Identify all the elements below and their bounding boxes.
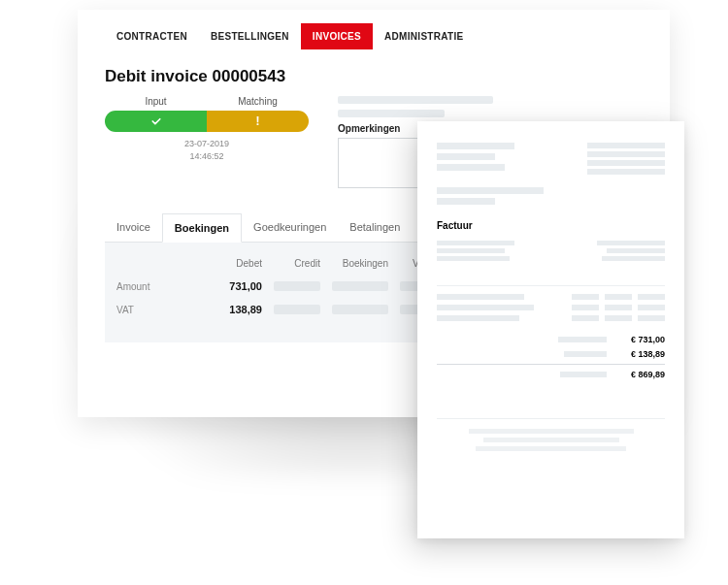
- placeholder-line: [605, 315, 632, 321]
- document-preview[interactable]: Factuur: [417, 121, 684, 538]
- placeholder-line: [597, 241, 665, 245]
- placeholder-line: [587, 151, 665, 157]
- placeholder-line: [437, 315, 519, 321]
- placeholder-line: [607, 248, 665, 253]
- placeholder-line: [572, 315, 599, 321]
- placeholder-line: [338, 110, 445, 117]
- check-icon: [150, 115, 162, 127]
- placeholder-line: [602, 256, 665, 261]
- status-progress: Input Matching ! 23-07-2019 14:46:52: [105, 96, 309, 188]
- col-debet: Debet: [194, 258, 262, 269]
- primary-nav: CONTRACTEN BESTELLINGEN INVOICES ADMINIS…: [78, 10, 670, 49]
- placeholder-line: [338, 96, 493, 104]
- placeholder-line: [605, 305, 632, 310]
- placeholder-line: [638, 315, 665, 321]
- placeholder-line: [437, 143, 514, 149]
- row-amount-label: Amount: [116, 281, 194, 292]
- placeholder-line: [560, 372, 607, 377]
- status-input-pill[interactable]: [105, 111, 207, 132]
- placeholder-line: [437, 294, 524, 300]
- page-title: Debit invoice 00000543: [105, 67, 643, 86]
- cell-placeholder: [332, 305, 388, 314]
- doc-grand-total: € 869,89: [616, 370, 665, 379]
- cell-placeholder: [332, 281, 388, 291]
- placeholder-line: [638, 294, 665, 300]
- placeholder-line: [587, 169, 665, 175]
- placeholder-line: [638, 305, 665, 310]
- doc-subtotal: € 731,00: [616, 335, 665, 344]
- col-credit: Credit: [262, 258, 320, 269]
- placeholder-line: [437, 241, 514, 245]
- document-heading: Factuur: [437, 220, 665, 231]
- col-boekingen: Boekingen: [320, 258, 388, 269]
- placeholder-line: [587, 160, 665, 166]
- placeholder-line: [469, 429, 634, 434]
- status-date: 23-07-2019: [105, 138, 309, 150]
- placeholder-line: [572, 305, 599, 310]
- placeholder-line: [572, 294, 599, 300]
- doc-vat: € 138,89: [616, 349, 665, 359]
- cell-placeholder: [274, 281, 320, 291]
- status-input-label: Input: [105, 96, 207, 111]
- status-time: 14:46:52: [105, 150, 309, 163]
- status-matching-label: Matching: [207, 96, 309, 111]
- tab-administratie[interactable]: ADMINISTRATIE: [373, 23, 476, 49]
- row-vat-label: VAT: [116, 305, 194, 315]
- subtab-boekingen[interactable]: Boekingen: [162, 213, 242, 243]
- tab-bestellingen[interactable]: BESTELLINGEN: [199, 23, 301, 49]
- placeholder-line: [564, 351, 607, 357]
- placeholder-line: [437, 248, 505, 253]
- subtab-betalingen[interactable]: Betalingen: [338, 213, 412, 242]
- placeholder-line: [476, 446, 626, 451]
- subtab-goedkeuringen[interactable]: Goedkeuringen: [242, 213, 338, 242]
- placeholder-line: [437, 164, 505, 171]
- cell-placeholder: [274, 305, 320, 314]
- tab-invoices[interactable]: INVOICES: [301, 23, 373, 49]
- placeholder-line: [437, 153, 495, 160]
- tab-contracten[interactable]: CONTRACTEN: [105, 23, 199, 49]
- placeholder-line: [605, 294, 632, 300]
- placeholder-line: [587, 143, 665, 148]
- row-vat-value: 138,89: [194, 304, 262, 315]
- placeholder-line: [483, 438, 619, 442]
- placeholder-line: [437, 256, 510, 261]
- status-matching-pill[interactable]: !: [207, 111, 309, 132]
- placeholder-line: [437, 305, 534, 310]
- row-amount-value: 731,00: [194, 280, 262, 292]
- placeholder-line: [558, 337, 607, 342]
- subtab-invoice[interactable]: Invoice: [105, 213, 162, 242]
- placeholder-line: [437, 198, 495, 205]
- placeholder-line: [437, 187, 544, 194]
- alert-icon: !: [256, 114, 260, 128]
